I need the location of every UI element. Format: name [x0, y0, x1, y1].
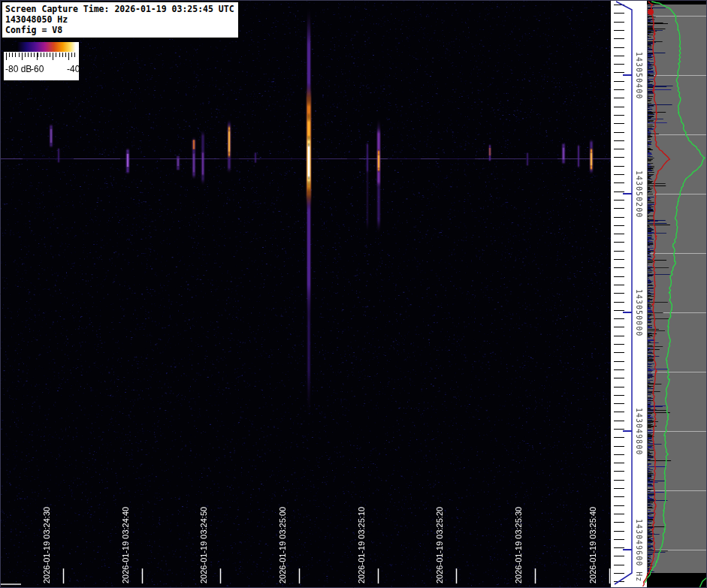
capture-info-box: Screen Capture Time: 2026-01-19 03:25:45… [2, 2, 239, 38]
db-label-80: -80 dB [5, 64, 32, 74]
frequency-label: 143050400 [635, 52, 643, 99]
frequency-label: 143050200 [635, 170, 643, 218]
capture-time-text: Screen Capture Time: 2026-01-19 03:25:45… [5, 4, 235, 14]
time-label: 2026-01-19 03:25:10 [357, 507, 367, 583]
intensity-gradient-bar [17, 42, 79, 52]
db-scale-ruler: -80 dB -60 -40 [4, 52, 79, 80]
color-scale-legend: -80 dB -60 -40 [4, 42, 83, 80]
db-label-60: -60 [31, 64, 44, 74]
time-label: 2026-01-19 03:24:30 [42, 507, 52, 583]
config-text: Config = V8 [5, 25, 235, 35]
db-label-40: -40 [67, 64, 80, 74]
frequency-label: 143049800 [635, 408, 643, 455]
time-label: 2026-01-19 03:25:20 [435, 507, 445, 583]
spectrogram-screen: Screen Capture Time: 2026-01-19 03:25:45… [0, 0, 707, 588]
time-label: 2026-01-19 03:25:00 [278, 507, 288, 583]
db-major-ticks [6, 53, 77, 60]
capture-frequency-text: 143048050 Hz [5, 14, 235, 25]
frequency-label: 143049600 Hz [635, 519, 643, 582]
time-label: 2026-01-19 03:25:30 [514, 507, 524, 583]
time-label: 2026-01-19 03:24:50 [199, 507, 209, 583]
frequency-label: 143050000 [635, 289, 643, 336]
time-label: 2026-01-19 03:24:40 [121, 507, 131, 583]
waterfall-canvas [0, 0, 707, 588]
time-label: 2026-01-19 03:25:40 [588, 507, 598, 583]
